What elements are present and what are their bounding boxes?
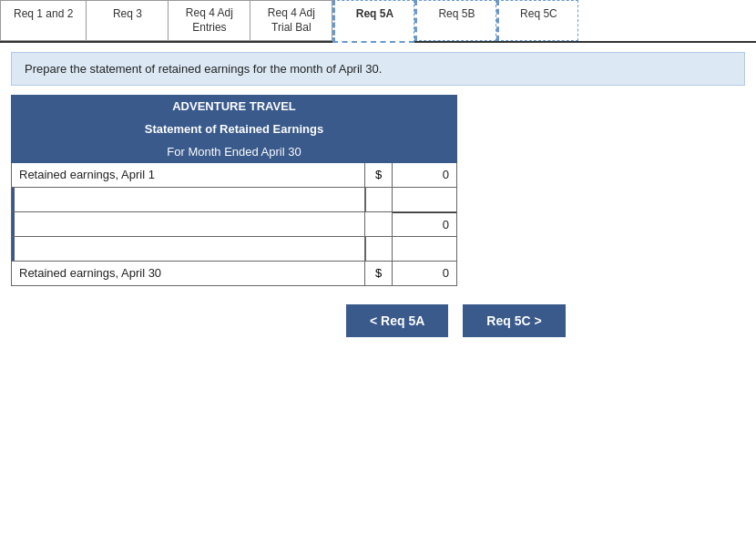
table-row: Retained earnings, April 30 $ 0 [12,262,456,285]
tab-req5c[interactable]: Req 5C [496,0,578,41]
retained-earnings-table: ADVENTURE TRAVEL Statement of Retained E… [11,95,457,286]
table-title3: For Month Ended April 30 [11,140,457,163]
prev-button[interactable]: < Req 5A [346,304,448,337]
tab-req5b[interactable]: Req 5B [414,0,496,41]
row2-text-input[interactable] [22,192,357,206]
row2-value-input[interactable] [393,188,456,211]
tab-bar: Req 1 and 2 Req 3 Req 4 AdjEntries Req 4… [0,0,756,43]
row5-label: Retained earnings, April 30 [12,262,365,285]
row4-symbol [365,237,393,261]
row1-value: 0 [393,163,456,187]
row3-label [12,212,365,236]
tab-req4trial[interactable]: Req 4 AdjTrial Bal [250,0,332,41]
row1-label: Retained earnings, April 1 [12,163,365,187]
table-row: Retained earnings, April 1 $ 0 [12,163,456,188]
instruction-box: Prepare the statement of retained earnin… [11,52,745,86]
tab-req12[interactable]: Req 1 and 2 [0,0,87,41]
table-row [12,237,456,262]
tab-req3[interactable]: Req 3 [87,0,169,41]
row2-label-input[interactable] [12,188,365,211]
row5-value: 0 [393,262,456,285]
table-row: 0 [12,212,456,237]
table-title1: ADVENTURE TRAVEL [11,95,457,118]
next-button[interactable]: Req 5C > [463,304,565,337]
tab-req4adj[interactable]: Req 4 AdjEntries [169,0,250,41]
row4-num-input[interactable] [400,241,449,255]
row1-symbol: $ [365,163,393,187]
row4-value-input[interactable] [393,237,456,261]
table-row [12,188,456,212]
row5-symbol: $ [365,262,393,285]
row3-symbol [365,212,393,236]
tab-req5a[interactable]: Req 5A [332,0,414,43]
table-title2: Statement of Retained Earnings [11,118,457,140]
row2-num-input[interactable] [400,192,449,206]
row2-symbol [365,188,393,211]
nav-buttons: < Req 5A Req 5C > [346,304,756,337]
table-body: Retained earnings, April 1 $ 0 0 Retaine… [11,163,457,286]
row4-text-input[interactable] [22,241,357,255]
row4-label-input[interactable] [12,237,365,261]
row3-value: 0 [393,212,456,236]
